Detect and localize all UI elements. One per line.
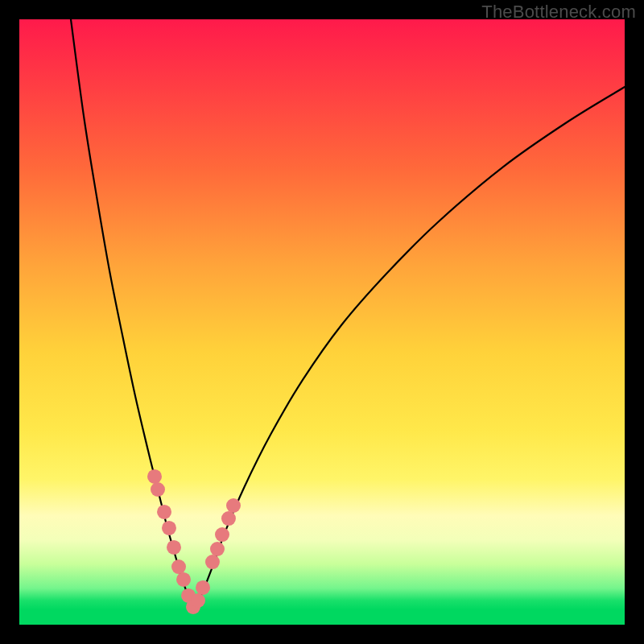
marker-point <box>162 521 176 535</box>
markers-group <box>147 469 241 614</box>
marker-point <box>205 555 220 569</box>
marker-point <box>191 593 205 608</box>
marker-point <box>147 469 162 484</box>
curve-left-branch <box>71 19 193 609</box>
marker-point <box>210 542 225 556</box>
plot-area <box>19 19 625 625</box>
curve-svg <box>19 19 625 625</box>
watermark-label: TheBottleneck.com <box>481 2 636 23</box>
marker-point <box>167 540 181 555</box>
chart-frame: TheBottleneck.com <box>0 0 644 644</box>
marker-point <box>151 482 165 497</box>
marker-point <box>171 559 186 574</box>
curve-right-branch <box>193 87 625 609</box>
marker-point <box>176 572 191 587</box>
marker-point <box>226 498 241 513</box>
marker-point <box>196 580 210 595</box>
marker-point <box>157 505 171 519</box>
marker-point <box>221 511 236 526</box>
marker-point <box>215 527 229 542</box>
